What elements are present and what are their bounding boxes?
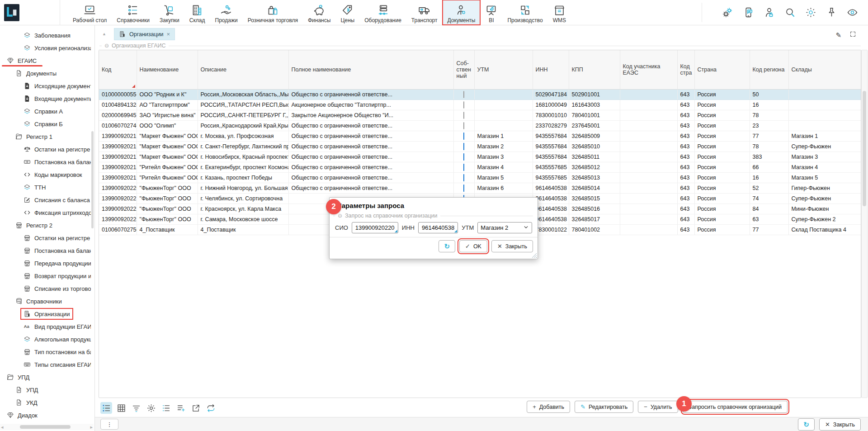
tree-item[interactable]: Остатки на регистре 1 [0, 143, 91, 156]
tree-item[interactable]: Справки Б [0, 118, 91, 130]
collapse-groupbox-icon[interactable]: ⊖ [338, 213, 342, 218]
dialog-close-button[interactable]: ✕ Закрыть [491, 240, 533, 252]
nav-item[interactable]: Производство [502, 0, 547, 25]
table-row[interactable]: 010048941324АО "Татспиртпром"РОССИЯ,,ТАТ… [99, 99, 861, 110]
tree-item[interactable]: Справочники [0, 295, 91, 308]
support-chat-icon[interactable] [743, 7, 754, 18]
view-list-icon[interactable] [100, 402, 112, 414]
tree-item[interactable]: Типы списания ЕГАИС [0, 358, 91, 371]
column-header[interactable]: Код [99, 50, 137, 89]
table-row[interactable]: 010060702740ООО "Олимп"Россия,,Краснодар… [99, 120, 861, 131]
nav-item[interactable]: Продажи [210, 0, 243, 25]
close-view-button[interactable]: ✕ Закрыть [819, 418, 861, 431]
resize-grip[interactable] [532, 253, 537, 258]
tab-organizations[interactable]: Организации × [114, 28, 175, 40]
tree-item[interactable]: УПД [0, 384, 91, 396]
own-checkbox[interactable] [463, 174, 464, 181]
pin-icon[interactable] [826, 7, 837, 18]
tree-item[interactable]: Алкогольная продукция [0, 333, 91, 346]
open-external-icon[interactable] [190, 402, 202, 414]
eye-icon[interactable] [847, 7, 858, 18]
edit-pencil-icon[interactable]: ✎ [835, 31, 841, 39]
nav-item[interactable]: Рабочий стол [68, 0, 112, 25]
tree-item[interactable]: Диадок [0, 409, 91, 422]
tree-item[interactable]: Списание из торгового зал [0, 282, 91, 295]
expand-icon[interactable] [849, 31, 856, 39]
column-header[interactable]: Описание [198, 50, 288, 89]
column-header[interactable]: Склады [788, 50, 861, 89]
table-row[interactable]: 139900920216"Маркет Фьюжен" ОООг. Санкт-… [99, 141, 861, 152]
tree-item[interactable]: Входящие документы [0, 92, 91, 105]
sidebar-vertical-scrollbar[interactable] [91, 131, 94, 228]
nav-item[interactable]: BI [480, 0, 502, 25]
tree-item[interactable]: Заболевания [0, 29, 91, 42]
tree-item[interactable]: Списания с баланса [0, 194, 91, 206]
search-icon[interactable] [784, 7, 796, 18]
tree-item[interactable]: УПД [0, 371, 91, 384]
column-header[interactable]: Наименование [137, 50, 198, 89]
ok-button[interactable]: ✓ OK [459, 240, 487, 252]
nav-item[interactable]: Закупки [155, 0, 184, 25]
tree-item[interactable]: Коды маркировок [0, 168, 91, 181]
utm-select[interactable]: Магазин 2 [477, 222, 532, 233]
user-lock-icon[interactable] [764, 7, 775, 18]
tree-item[interactable]: Организации [0, 308, 91, 320]
nav-item[interactable]: Транспорт [406, 0, 443, 25]
nav-item[interactable]: WMS [548, 0, 571, 25]
column-header[interactable]: Соб-ствен ный [453, 50, 474, 89]
repeat-icon[interactable] [205, 402, 217, 414]
nav-item[interactable]: Оборудование [359, 0, 406, 25]
brightness-icon[interactable] [805, 7, 816, 18]
tree-item[interactable]: Передача продукции в тор [0, 257, 91, 270]
gear-icon[interactable] [145, 402, 157, 414]
scroll-right-icon[interactable]: ▸ [90, 424, 93, 430]
table-row[interactable]: 139900920217"Маркет Фьюжен" ОООг. Новоси… [99, 152, 861, 162]
own-checkbox[interactable] [463, 153, 464, 161]
tree-item[interactable]: Условия регионализации [0, 42, 91, 54]
scroll-left-icon[interactable]: ◂ [1, 424, 4, 430]
own-checkbox[interactable] [463, 133, 464, 140]
own-checkbox[interactable] [463, 122, 464, 129]
collapse-tabs-icon[interactable]: ▲ [102, 32, 106, 36]
settings-icon[interactable] [722, 7, 733, 18]
tree-item[interactable]: ТТН [0, 181, 91, 194]
tree-item[interactable]: Фиксация штрихкодов на б [0, 206, 91, 219]
tree-item[interactable]: Справки А [0, 105, 91, 118]
column-header[interactable]: КПП [569, 50, 620, 89]
own-checkbox[interactable] [463, 112, 464, 119]
column-header[interactable]: Страна [694, 50, 750, 89]
nav-item[interactable]: Цены [335, 0, 359, 25]
column-header[interactable]: УТМ [474, 50, 533, 89]
own-checkbox[interactable] [463, 143, 464, 150]
tree-item[interactable]: Возврат продукции из торг [0, 270, 91, 282]
refresh-button[interactable]: ↻ [798, 418, 815, 431]
nav-item[interactable]: Финансы [303, 0, 335, 25]
own-checkbox[interactable] [463, 164, 464, 171]
tree-item[interactable]: Постановка на баланс [0, 156, 91, 168]
column-header[interactable]: Полное наименование [288, 50, 453, 89]
add-button[interactable]: + Добавить [527, 401, 570, 413]
delete-button[interactable]: − Удалить [638, 401, 678, 413]
tab-close-icon[interactable]: × [167, 31, 170, 37]
tree-item[interactable]: Остатки на регистре 2 [0, 232, 91, 244]
nav-item[interactable]: Справочники [112, 0, 155, 25]
tree-item[interactable]: Aa Вид продукции ЕГАИС [0, 320, 91, 333]
tree-item[interactable]: Исходящие документы [0, 80, 91, 92]
own-checkbox[interactable] [463, 185, 464, 192]
add-to-list-icon[interactable] [175, 402, 187, 414]
table-row[interactable]: 010000000556ООО "Родник и К"Россия,,Моск… [99, 89, 861, 99]
table-row[interactable]: 139900920219"Ритейл Фьюжен" ОООг. Казань… [99, 172, 861, 183]
tree-item[interactable]: УКД [0, 396, 91, 409]
collapse-groupbox-icon[interactable]: ⊖ [104, 43, 109, 48]
sio-input[interactable]: 139900920220 [352, 222, 398, 233]
table-row[interactable]: 139900920215"Маркет Фьюжен" ОООг. Москва… [99, 131, 861, 141]
column-header[interactable]: ИНН [533, 50, 569, 89]
tree-item[interactable]: Регистр 2 [0, 219, 91, 232]
tree-item[interactable]: Постановка на баланс в тор [0, 244, 91, 257]
table-vertical-scrollbar[interactable] [861, 50, 868, 398]
nav-item[interactable]: Розничная торговля [243, 0, 303, 25]
nav-item[interactable]: Склад [184, 0, 210, 25]
column-header[interactable]: Код региона [750, 50, 788, 89]
own-checkbox[interactable] [463, 101, 464, 109]
view-grid-icon[interactable] [115, 402, 127, 414]
